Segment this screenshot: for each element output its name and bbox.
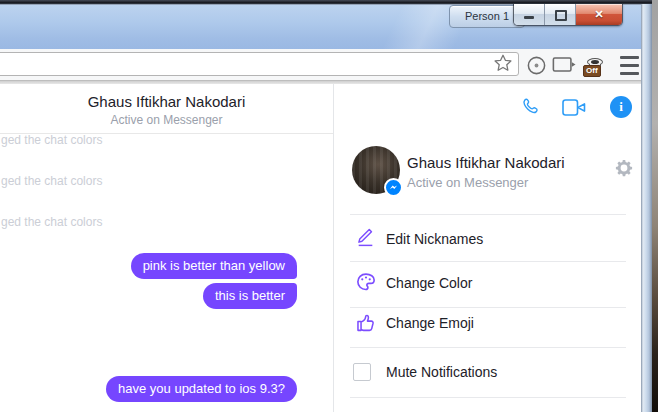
maximize-button[interactable] (545, 4, 576, 25)
circle-dot-extension-icon[interactable] (524, 53, 548, 77)
minimize-button[interactable] (514, 4, 545, 25)
window-right-border (641, 4, 652, 412)
conversation-status: Active on Messenger (0, 113, 333, 127)
menu-item-change-emoji[interactable]: Change Emoji (386, 315, 474, 331)
menu-item-change-color[interactable]: Change Color (386, 275, 472, 291)
info-panel: i Ghaus Iftikhar Nakodari Active on Mess… (334, 84, 641, 412)
system-message: ged the chat colors (1, 133, 102, 147)
menu-hamburger-icon[interactable] (617, 53, 641, 77)
divider (350, 397, 626, 398)
profile-status: Active on Messenger (407, 175, 528, 190)
info-button-active[interactable]: i (610, 96, 632, 118)
browser-window: Person 1 ✕ Off (0, 0, 652, 412)
voice-call-button[interactable] (520, 96, 542, 122)
pencil-icon[interactable] (355, 226, 377, 248)
palette-icon[interactable] (355, 271, 377, 293)
maximize-icon (555, 10, 567, 21)
close-button[interactable]: ✕ (576, 4, 622, 25)
divider (350, 261, 626, 262)
menu-item-edit-nicknames[interactable]: Edit Nicknames (386, 231, 483, 247)
cast-icon[interactable] (552, 53, 576, 77)
outgoing-message-bubble: pink is better than yellow (131, 253, 297, 279)
messenger-badge-icon (384, 178, 403, 197)
menu-item-mute-notifications[interactable]: Mute Notifications (386, 364, 497, 380)
divider (350, 347, 626, 348)
video-call-button[interactable] (562, 99, 588, 120)
outgoing-message-bubble: this is better (203, 283, 297, 309)
extension-off-badge: Off (583, 65, 601, 77)
divider (350, 307, 626, 308)
thumbs-up-icon[interactable] (355, 311, 377, 333)
gear-icon[interactable] (614, 158, 634, 178)
system-message: ged the chat colors (1, 174, 102, 188)
browser-toolbar: Off (0, 49, 652, 80)
divider (350, 214, 626, 215)
messenger-page: ged the chat colors ged the chat colors … (0, 84, 641, 412)
caffeine-extension-icon[interactable]: Off (584, 54, 608, 78)
address-bar[interactable] (0, 52, 519, 76)
bookmark-star-icon[interactable] (491, 51, 515, 75)
conversation-title: Ghaus Iftikhar Nakodari (0, 93, 333, 110)
window-controls: ✕ (513, 4, 623, 26)
conversation-header: Ghaus Iftikhar Nakodari Active on Messen… (0, 84, 333, 134)
outgoing-message-bubble: have you updated to ios 9.3? (106, 376, 297, 402)
system-message: ged the chat colors (1, 215, 102, 229)
mute-notifications-checkbox[interactable] (353, 363, 371, 381)
conversation-column: ged the chat colors ged the chat colors … (0, 84, 334, 412)
profile-name: Ghaus Iftikhar Nakodari (407, 154, 565, 171)
minimize-icon (524, 16, 534, 19)
cup-icon: Off (587, 58, 605, 74)
